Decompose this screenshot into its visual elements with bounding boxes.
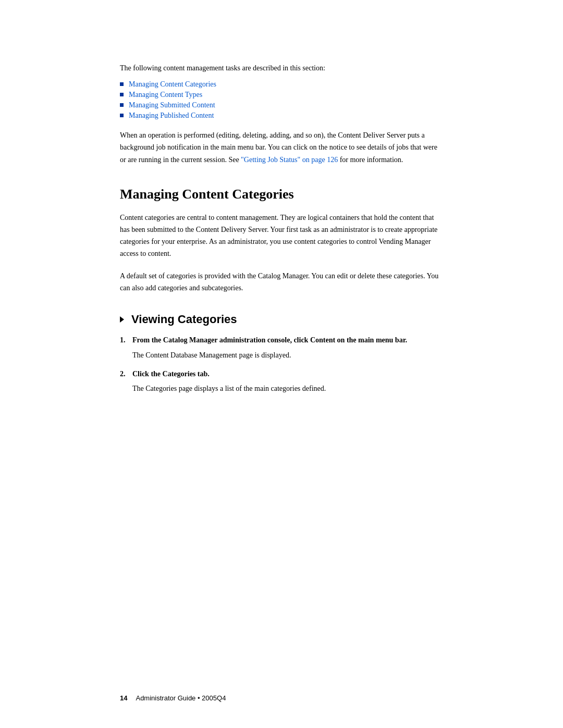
footer: 14 Administrator Guide • 2005Q4 <box>120 694 443 702</box>
bullet-square-icon <box>120 114 124 117</box>
bullet-square-icon <box>120 103 124 107</box>
getting-job-status-link[interactable]: "Getting Job Status" on page 126 <box>241 156 338 164</box>
list-item: Managing Content Categories <box>120 80 443 89</box>
notice-paragraph: When an operation is performed (editing,… <box>120 129 443 165</box>
page: The following content management tasks a… <box>0 0 563 728</box>
managing-paragraph-2: A default set of categories is provided … <box>120 270 443 294</box>
steps-list: 1.From the Catalog Manager administratio… <box>120 335 443 395</box>
list-item: Managing Submitted Content <box>120 101 443 109</box>
bullet-link[interactable]: Managing Published Content <box>129 112 214 120</box>
managing-paragraph-1: Content categories are central to conten… <box>120 212 443 260</box>
managing-content-categories-heading: Managing Content Categories <box>120 187 443 202</box>
viewing-categories-title: Viewing Categories <box>131 313 237 326</box>
footer-doc-title: Administrator Guide • 2005Q4 <box>136 694 226 702</box>
bullet-square-icon <box>120 82 124 86</box>
bullet-link[interactable]: Managing Content Types <box>129 91 202 99</box>
step-item: 2.Click the Categories tab.The Categorie… <box>120 368 443 395</box>
step-bold-text: Click the Categories tab. <box>132 370 210 378</box>
step-bold-text: From the Catalog Manager administration … <box>132 336 407 344</box>
bullet-square-icon <box>120 93 124 96</box>
step-item: 1.From the Catalog Manager administratio… <box>120 335 443 361</box>
bullet-link[interactable]: Managing Content Categories <box>129 80 216 89</box>
notice-suffix: for more information. <box>340 156 403 164</box>
list-item: Managing Published Content <box>120 112 443 120</box>
footer-page-number: 14 <box>120 694 127 702</box>
step-sub-text: The Content Database Management page is … <box>132 350 443 361</box>
bullet-link[interactable]: Managing Submitted Content <box>129 101 215 109</box>
triangle-icon <box>120 316 124 323</box>
step-content: From the Catalog Manager administration … <box>132 335 443 361</box>
step-number: 1. <box>120 335 130 346</box>
bullet-link-list: Managing Content CategoriesManaging Cont… <box>120 80 443 120</box>
intro-description: The following content management tasks a… <box>120 63 443 74</box>
step-sub-text: The Categories page displays a list of t… <box>132 383 443 394</box>
viewing-categories-heading: Viewing Categories <box>120 313 443 326</box>
list-item: Managing Content Types <box>120 91 443 99</box>
step-content: Click the Categories tab.The Categories … <box>132 368 443 395</box>
step-number: 2. <box>120 368 130 380</box>
